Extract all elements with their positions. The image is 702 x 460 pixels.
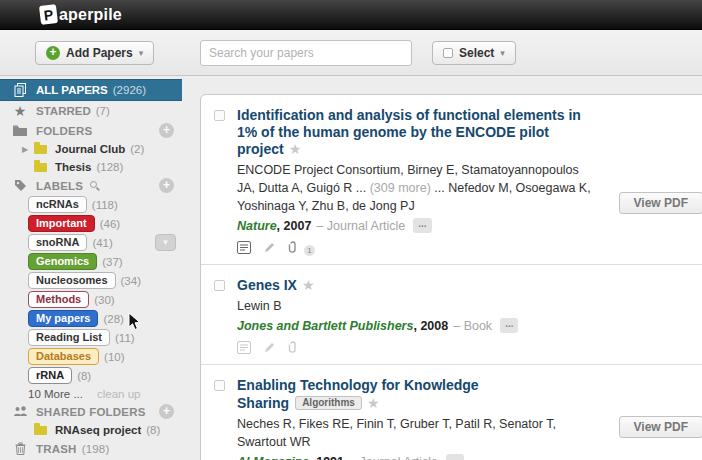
- sidebar-folder-journal-club[interactable]: ▶ Journal Club (2): [0, 140, 182, 158]
- sidebar-label-rrna[interactable]: rRNA (8): [0, 366, 182, 385]
- sidebar-label-reading-list[interactable]: Reading List (11): [0, 328, 182, 347]
- journal-name[interactable]: AI Magazine: [237, 455, 309, 460]
- sidebar-label-important[interactable]: Important (46): [0, 214, 182, 233]
- paper-row[interactable]: Identification and analysis of functiona…: [201, 95, 702, 265]
- sidebar-label-methods[interactable]: Methods (30): [0, 290, 182, 309]
- view-pdf-button[interactable]: View PDF: [619, 416, 702, 438]
- label-pill[interactable]: ncRNAs: [28, 196, 87, 213]
- folder-count: (2): [130, 143, 144, 155]
- expand-triangle-icon[interactable]: ▶: [22, 145, 28, 154]
- paper-checkbox[interactable]: [214, 110, 225, 121]
- folders-header-label: FOLDERS: [36, 125, 92, 137]
- paper-title[interactable]: Enabling Technology for Knowledge Sharin…: [237, 377, 591, 412]
- paper-checkbox[interactable]: [214, 280, 225, 291]
- tag-icon: [12, 179, 28, 192]
- journal-name[interactable]: Jones and Bartlett Publishers: [237, 319, 413, 333]
- toolbar: + Add Papers ▾ Select ▾: [0, 30, 702, 76]
- label-dropdown-button[interactable]: ▼: [155, 234, 176, 251]
- sidebar-folder-thesis[interactable]: Thesis (128): [0, 158, 182, 176]
- clean-up-link[interactable]: clean up: [97, 388, 140, 400]
- paperpile-logo-icon: P: [39, 4, 58, 25]
- add-papers-label: Add Papers: [66, 46, 133, 60]
- sidebar-label-snorna[interactable]: snoRNA (41) ▼: [0, 233, 182, 252]
- trash-count: (198): [82, 443, 110, 455]
- star-icon[interactable]: ★: [302, 277, 315, 293]
- publication-year: , 2008: [413, 319, 448, 333]
- notes-icon[interactable]: [237, 341, 251, 354]
- add-shared-folder-button[interactable]: +: [159, 404, 174, 419]
- label-count: (8): [77, 370, 91, 382]
- label-pill[interactable]: Nucleosomes: [28, 272, 116, 289]
- select-label: Select: [459, 46, 494, 60]
- sidebar-label-genomics[interactable]: Genomics (37): [0, 252, 182, 271]
- paper-meta: Jones and Bartlett Publishers , 2008 – B…: [237, 318, 591, 333]
- paper-title[interactable]: Genes IX★: [237, 277, 591, 294]
- paper-row[interactable]: Genes IX★ Lewin B Jones and Bartlett Pub…: [201, 265, 702, 365]
- paper-checkbox[interactable]: [214, 380, 225, 391]
- sidebar-label-ncrnas[interactable]: ncRNAs (118): [0, 195, 182, 214]
- pages-icon: [12, 83, 28, 97]
- label-count: (11): [115, 332, 135, 344]
- shared-folder-count: (8): [146, 424, 160, 436]
- shared-folders-header-label: SHARED FOLDERS: [36, 406, 146, 418]
- sidebar-more-labels: 10 More ... clean up: [0, 385, 182, 402]
- label-pill[interactable]: snoRNA: [28, 234, 87, 251]
- paper-meta: Nature , 2007 – Journal Article ...: [237, 218, 591, 233]
- more-options-button[interactable]: ...: [413, 218, 431, 233]
- journal-name[interactable]: Nature: [237, 219, 277, 233]
- label-pill[interactable]: Important: [28, 215, 95, 232]
- sidebar-section-folders[interactable]: FOLDERS +: [0, 121, 182, 140]
- sidebar: ALL PAPERS (2926) ★ STARRED (7) FOLDERS …: [0, 76, 182, 459]
- sidebar-label-databases[interactable]: Databases (10): [0, 347, 182, 366]
- label-pill[interactable]: Databases: [28, 348, 99, 365]
- sidebar-item-starred[interactable]: ★ STARRED (7): [0, 101, 182, 121]
- star-icon: ★: [12, 105, 28, 117]
- paper-row[interactable]: Enabling Technology for Knowledge Sharin…: [201, 365, 702, 460]
- more-options-button[interactable]: ...: [500, 318, 518, 333]
- sidebar-shared-rnaseq-project[interactable]: RNAseq project (8): [0, 421, 182, 439]
- label-pill[interactable]: Genomics: [28, 253, 97, 270]
- select-button[interactable]: Select ▾: [432, 41, 516, 65]
- more-options-button[interactable]: ...: [446, 454, 464, 460]
- sidebar-section-labels[interactable]: LABELS +: [0, 176, 182, 195]
- label-count: (46): [100, 218, 120, 230]
- label-pill[interactable]: My papers: [28, 310, 98, 327]
- label-count: (41): [92, 237, 112, 249]
- sidebar-item-trash[interactable]: TRASH (198): [0, 439, 182, 458]
- paperclip-icon[interactable]: [288, 240, 298, 254]
- yellow-folder-icon: [34, 145, 47, 154]
- paperpile-logo[interactable]: P aperpile: [40, 5, 122, 24]
- paper-title[interactable]: Identification and analysis of functiona…: [237, 107, 591, 158]
- publication-type: – Journal Article: [349, 455, 438, 460]
- paperclip-icon[interactable]: [288, 340, 298, 354]
- label-count: (34): [121, 275, 141, 287]
- starred-label: STARRED: [36, 105, 91, 117]
- view-pdf-button[interactable]: View PDF: [619, 192, 702, 214]
- add-label-button[interactable]: +: [159, 178, 174, 193]
- publication-type: – Book: [453, 319, 492, 333]
- label-count: (30): [94, 294, 114, 306]
- search-input[interactable]: [200, 40, 412, 66]
- folder-count: (128): [96, 161, 123, 173]
- add-folder-button[interactable]: +: [159, 123, 174, 138]
- paper-authors: Lewin B: [237, 297, 591, 315]
- sidebar-item-all-papers[interactable]: ALL PAPERS (2926): [0, 79, 182, 101]
- edit-pencil-icon[interactable]: [263, 241, 276, 254]
- sidebar-section-shared-folders[interactable]: SHARED FOLDERS +: [0, 402, 182, 421]
- more-labels-link[interactable]: 10 More ...: [28, 388, 83, 400]
- edit-pencil-icon[interactable]: [263, 341, 276, 354]
- notes-icon[interactable]: [237, 241, 251, 254]
- shared-folder-label: RNAseq project: [55, 424, 141, 436]
- sidebar-label-my-papers[interactable]: My papers (28): [0, 309, 182, 328]
- search-labels-icon[interactable]: [90, 181, 97, 188]
- label-pill[interactable]: rRNA: [28, 367, 72, 384]
- folder-icon: [12, 125, 28, 136]
- star-icon[interactable]: ★: [289, 141, 302, 157]
- label-badge[interactable]: Algorithms: [295, 396, 362, 410]
- star-icon[interactable]: ★: [367, 395, 380, 411]
- label-pill[interactable]: Reading List: [28, 329, 110, 346]
- authors-more-text[interactable]: (309 more): [370, 181, 431, 195]
- add-papers-button[interactable]: + Add Papers ▾: [35, 41, 154, 65]
- sidebar-label-nucleosomes[interactable]: Nucleosomes (34): [0, 271, 182, 290]
- label-pill[interactable]: Methods: [28, 291, 89, 308]
